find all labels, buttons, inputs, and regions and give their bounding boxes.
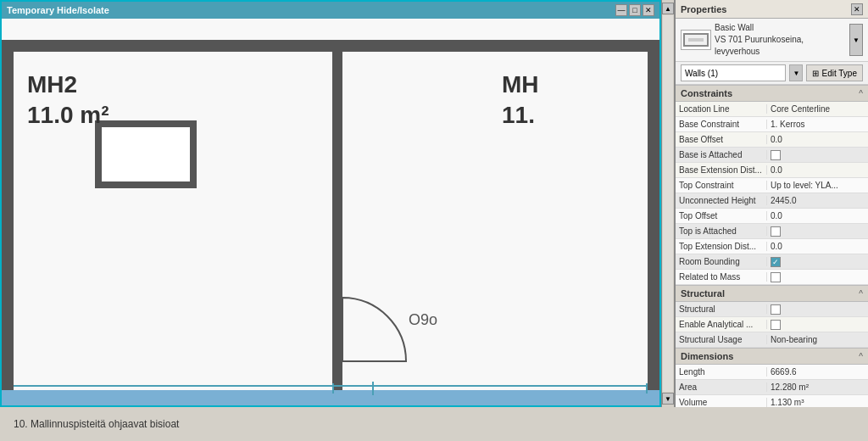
edit-type-label: Edit Type xyxy=(821,69,857,78)
label-unconnected-height: Unconnected Height xyxy=(676,196,767,205)
floor-plan-viewport[interactable]: Temporary Hide/Isolate — □ ✕ MH2 11.0 m² xyxy=(0,0,661,407)
label-volume: Volume xyxy=(676,398,767,407)
label-enable-analytical: Enable Analytical ... xyxy=(676,320,767,329)
dim-tick-left xyxy=(332,383,334,394)
value-structural-usage[interactable]: Non-bearing xyxy=(767,335,868,344)
prop-row-structural: Structural xyxy=(676,302,868,317)
room-name-mh-right: MH xyxy=(502,70,539,100)
maximize-button[interactable]: □ xyxy=(629,4,641,16)
wall-bottom xyxy=(2,390,659,405)
minimize-button[interactable]: — xyxy=(615,4,627,16)
value-unconnected-height[interactable]: 2445.0 xyxy=(767,196,868,205)
label-top-ext-dist: Top Extension Dist... xyxy=(676,242,767,251)
label-area: Area xyxy=(676,382,767,392)
value-structural xyxy=(767,304,868,315)
section-dimensions-toggle: ^ xyxy=(859,352,863,361)
label-base-offset: Base Offset xyxy=(676,135,767,144)
properties-panel: Properties ✕ Basic Wall VS 701 Puurunkos… xyxy=(675,0,868,407)
type-line1: Basic Wall xyxy=(715,22,846,34)
value-length[interactable]: 6669.6 xyxy=(767,367,868,377)
room-name-mh2: MH2 xyxy=(27,70,109,100)
edit-type-icon: ⊞ xyxy=(812,69,819,78)
label-location-line: Location Line xyxy=(676,104,767,114)
room-label-o9o: O9o xyxy=(409,311,437,329)
caption-text: 10. Mallinnuspisteitä ohjaavat bisioat xyxy=(14,418,179,430)
checkbox-base-is-attached[interactable] xyxy=(771,150,781,160)
prop-row-base-is-attached: Base is Attached xyxy=(676,148,868,163)
dim-tick-center xyxy=(372,382,374,395)
prop-row-length: Length 6669.6 xyxy=(676,365,868,380)
prop-row-top-is-attached: Top is Attached xyxy=(676,224,868,239)
checkbox-structural[interactable] xyxy=(771,304,781,315)
wall-left xyxy=(2,40,14,390)
value-base-constraint[interactable]: 1. Kerros xyxy=(767,120,868,129)
value-base-ext-dist[interactable]: 0.0 xyxy=(767,165,868,175)
label-top-is-attached: Top is Attached xyxy=(676,226,767,236)
scroll-down-btn[interactable]: ▼ xyxy=(662,393,674,405)
value-top-is-attached xyxy=(767,226,868,237)
value-related-to-mass xyxy=(767,272,868,282)
type-selector-area: Basic Wall VS 701 Puurunkoseina, levyver… xyxy=(676,19,868,62)
value-top-constraint[interactable]: Up to level: YLA... xyxy=(767,181,868,190)
prop-row-enable-analytical: Enable Analytical ... xyxy=(676,317,868,332)
viewport-title-bar: Temporary Hide/Isolate — □ ✕ xyxy=(2,2,659,19)
close-button[interactable]: ✕ xyxy=(643,4,654,16)
value-base-is-attached xyxy=(767,150,868,160)
walls-selector-row: Walls (1) ▼ ⊞ Edit Type xyxy=(676,62,868,85)
value-location-line[interactable]: Core Centerline xyxy=(767,104,868,114)
bottom-caption-bar: 10. Mallinnuspisteitä ohjaavat bisioat xyxy=(0,407,868,441)
value-top-offset[interactable]: 0.0 xyxy=(767,211,868,220)
label-top-offset: Top Offset xyxy=(676,211,767,220)
section-constraints-title: Constraints xyxy=(681,88,732,98)
label-length: Length xyxy=(676,367,767,377)
prop-row-top-ext-dist: Top Extension Dist... 0.0 xyxy=(676,239,868,254)
type-dropdown-button[interactable]: ▼ xyxy=(849,24,863,56)
section-structural-toggle: ^ xyxy=(859,289,863,299)
section-constraints-toggle: ^ xyxy=(859,89,863,98)
value-top-ext-dist[interactable]: 0.0 xyxy=(767,242,868,251)
walls-dropdown[interactable]: Walls (1) xyxy=(681,64,786,81)
section-dimensions-header[interactable]: Dimensions ^ xyxy=(676,348,868,365)
prop-row-volume: Volume 1.130 m³ xyxy=(676,395,868,407)
walls-dropdown-arrow[interactable]: ▼ xyxy=(789,64,803,81)
dim-tick-right xyxy=(646,383,648,394)
wall-top xyxy=(2,40,659,52)
label-structural: Structural xyxy=(676,304,767,314)
label-structural-usage: Structural Usage xyxy=(676,335,767,344)
edit-type-button[interactable]: ⊞ Edit Type xyxy=(806,64,863,81)
viewport-controls: — □ ✕ xyxy=(615,4,654,16)
wall-right xyxy=(648,40,659,390)
window-element xyxy=(95,120,197,188)
checkbox-related-to-mass[interactable] xyxy=(771,272,781,282)
type-line2: VS 701 Puurunkoseina, xyxy=(715,34,846,46)
type-icon xyxy=(681,30,711,50)
properties-table: Constraints ^ Location Line Core Centerl… xyxy=(676,85,868,407)
label-base-is-attached: Base is Attached xyxy=(676,150,767,159)
value-room-bounding xyxy=(767,257,868,267)
room-label-mh-right: MH 11. xyxy=(502,70,539,131)
checkbox-top-is-attached[interactable] xyxy=(771,226,781,237)
room-area-mh2: 11.0 m² xyxy=(27,100,109,131)
scroll-up-btn[interactable]: ▲ xyxy=(662,3,674,14)
prop-row-location-line: Location Line Core Centerline xyxy=(676,102,868,117)
section-structural-header[interactable]: Structural ^ xyxy=(676,285,868,302)
checkbox-enable-analytical[interactable] xyxy=(771,320,781,330)
prop-row-top-constraint: Top Constraint Up to level: YLA... xyxy=(676,178,868,193)
prop-row-base-offset: Base Offset 0.0 xyxy=(676,132,868,148)
label-base-constraint: Base Constraint xyxy=(676,120,767,129)
prop-row-base-constraint: Base Constraint 1. Kerros xyxy=(676,117,868,132)
viewport-scrollbar[interactable]: ▲ ▼ xyxy=(661,0,675,407)
checkbox-room-bounding[interactable] xyxy=(771,257,781,267)
value-base-offset[interactable]: 0.0 xyxy=(767,135,868,144)
section-constraints-header[interactable]: Constraints ^ xyxy=(676,85,868,102)
label-room-bounding: Room Bounding xyxy=(676,257,767,266)
prop-row-unconnected-height: Unconnected Height 2445.0 xyxy=(676,193,868,209)
properties-close-btn[interactable]: ✕ xyxy=(851,3,863,15)
value-volume[interactable]: 1.130 m³ xyxy=(767,398,868,407)
prop-row-room-bounding: Room Bounding xyxy=(676,254,868,270)
properties-title-bar: Properties ✕ xyxy=(676,0,868,19)
section-structural-title: Structural xyxy=(681,288,725,299)
value-area[interactable]: 12.280 m² xyxy=(767,382,868,392)
prop-row-area: Area 12.280 m² xyxy=(676,380,868,395)
prop-row-top-offset: Top Offset 0.0 xyxy=(676,209,868,224)
